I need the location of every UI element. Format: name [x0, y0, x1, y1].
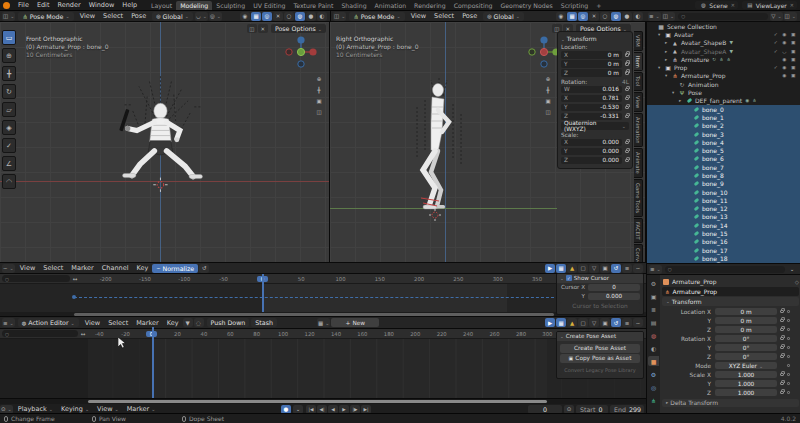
new-action-button[interactable]: +New — [331, 318, 379, 327]
playhead[interactable] — [152, 327, 154, 399]
icon[interactable]: ◫ — [314, 107, 324, 116]
axes-icon[interactable]: ✕ — [258, 24, 268, 33]
lock-icon[interactable] — [625, 97, 629, 101]
rotation-mode-dropdown[interactable]: XYZ Euler — [715, 362, 777, 370]
menu-item[interactable]: View — [16, 264, 39, 272]
icon[interactable]: ▦ — [251, 12, 261, 21]
sidebar-tab[interactable]: Game Tools — [634, 179, 643, 217]
value-slider[interactable]: Z0 m — [561, 69, 622, 77]
icon[interactable]: ○ — [284, 12, 294, 21]
toolbar-tool[interactable]: ✓ — [2, 138, 16, 153]
lock-icon[interactable] — [780, 319, 784, 323]
properties-tab-icon[interactable]: ◍ — [648, 330, 659, 340]
visibility-icons[interactable]: ✓ ◉ ▣ — [774, 32, 800, 37]
browse-action-icon[interactable]: ▦ — [317, 318, 330, 327]
breadcrumb-object[interactable]: Armature_Prop — [672, 278, 717, 285]
icon[interactable]: ~ — [633, 264, 643, 273]
menu-item[interactable]: Key — [163, 319, 183, 327]
value-field[interactable]: 0° — [715, 353, 777, 361]
icon[interactable]: ◫ — [543, 107, 553, 116]
toolbar-tool[interactable]: ◈ — [2, 120, 16, 135]
menu-item[interactable]: Keying — [57, 405, 93, 413]
graph-ruler[interactable]: ↔ -200-150-100-5005010015020025030035040… — [0, 274, 646, 284]
animate-dot-icon[interactable] — [787, 355, 790, 358]
visibility-icons[interactable]: ✓ ◉ ▣ — [774, 40, 800, 45]
outliner-row[interactable]: bone_2 — [647, 122, 800, 130]
workspace-tab[interactable]: Scripting — [557, 1, 593, 10]
workspace-tab[interactable]: Animation — [371, 1, 411, 10]
rotation-order-dropdown[interactable]: Quaternion (WXYZ) — [561, 122, 629, 130]
icon[interactable]: ▽ — [589, 264, 599, 273]
icon[interactable]: ◎ — [578, 12, 588, 21]
cursor-y-field[interactable]: 0.000 — [588, 293, 640, 300]
menu-item[interactable]: Marker — [67, 264, 97, 272]
icon[interactable]: ▲ — [567, 264, 577, 273]
icon[interactable]: ◍ — [611, 12, 621, 21]
transform-panel-header[interactable]: ⌄Transform — [561, 35, 629, 42]
pin-icon[interactable]: ◇ — [795, 279, 799, 285]
transform-panel-header[interactable]: ⌄Transform — [662, 297, 799, 306]
sidebar-tab[interactable]: VRM — [634, 31, 643, 51]
icon[interactable]: ▢ — [578, 318, 588, 327]
icon[interactable]: ⊕ — [314, 74, 324, 83]
outliner-row[interactable]: bone_9 — [647, 180, 800, 188]
icon[interactable]: ● — [622, 12, 632, 21]
lock-icon[interactable] — [625, 141, 629, 145]
icon[interactable]: ◫ — [784, 12, 797, 21]
outliner-row[interactable]: bone_10 — [647, 188, 800, 196]
menu-item[interactable]: Help — [118, 1, 141, 9]
workspace-tab[interactable]: Layout — [147, 1, 176, 10]
icon[interactable]: ● — [306, 12, 316, 21]
outliner-row[interactable]: bone_12 — [647, 205, 800, 213]
properties-tab-icon[interactable]: ■ — [648, 356, 659, 366]
icon[interactable]: ▢ — [578, 264, 588, 273]
menu-item[interactable]: Marker — [123, 405, 160, 413]
convert-legacy-pose-library-button[interactable]: Convert Legacy Pose Library — [560, 366, 640, 375]
icon[interactable]: ◐ — [317, 12, 327, 21]
outliner-row[interactable]: bone_16 — [647, 238, 800, 246]
outliner-row[interactable]: ▾ Armature_Prop ◉ ▣ — [647, 72, 800, 80]
value-slider[interactable]: X0.781 — [561, 95, 622, 103]
outliner-row[interactable]: Animation — [647, 80, 800, 88]
view-layer-selector[interactable]: ▤ ViewLayer ✕ — [742, 1, 797, 9]
menu-item[interactable]: Render — [53, 1, 84, 9]
graph-curve-area[interactable] — [0, 284, 646, 312]
icon[interactable]: ▶ — [545, 264, 555, 273]
outliner-row[interactable]: ▸ Avatar_ShapeB ▼ ✓ ◉ ▣ — [647, 39, 800, 47]
icon[interactable]: ◎ — [209, 12, 222, 21]
normalize-button[interactable]: ~ Normalize — [152, 264, 198, 273]
animate-dot-icon[interactable] — [787, 319, 790, 322]
icon[interactable]: ◉ — [240, 12, 250, 21]
icon[interactable]: ▦ — [556, 318, 566, 327]
lock-icon[interactable] — [780, 337, 784, 341]
icon[interactable]: ▣ — [314, 96, 324, 105]
toolbar-tool[interactable]: ▱ — [2, 102, 16, 117]
lock-icon[interactable] — [625, 159, 629, 163]
lock-icon[interactable] — [625, 150, 629, 154]
value-field[interactable]: 0 m — [715, 308, 777, 316]
animate-dot-icon[interactable] — [787, 364, 790, 367]
icon[interactable]: ○ — [600, 12, 610, 21]
dope-mode-dropdown[interactable]: ◍ Action Editor — [18, 318, 79, 327]
workspace-tab[interactable]: Modeling — [176, 1, 212, 10]
icon[interactable]: ◉ — [556, 12, 566, 21]
icon[interactable]: ⊕ — [543, 74, 553, 83]
outliner-row[interactable]: bone_1 — [647, 113, 800, 121]
editor-type-icon[interactable]: ~ — [2, 264, 15, 273]
animate-dot-icon[interactable] — [787, 310, 790, 313]
toolbar-tool[interactable]: ∠ — [2, 156, 16, 171]
properties-tab-icon[interactable]: ⚙ — [648, 278, 659, 288]
animate-dot-icon[interactable] — [787, 382, 790, 385]
icon[interactable]: ✕ — [273, 12, 283, 21]
checkbox-checked-icon[interactable] — [566, 275, 572, 281]
icon[interactable]: ◌ — [194, 318, 204, 327]
mirror-x-icon[interactable]: ◫ — [247, 24, 257, 33]
icon[interactable]: ≡ — [622, 264, 632, 273]
properties-search-input[interactable] — [665, 266, 785, 273]
icon[interactable]: ~ — [633, 318, 643, 327]
icon[interactable]: ▼ — [183, 318, 193, 327]
menu-item[interactable]: View — [93, 405, 123, 413]
icon[interactable]: ◎ — [262, 12, 272, 21]
lock-icon[interactable] — [780, 382, 784, 386]
toolbar-tool[interactable]: ▭ — [2, 30, 16, 45]
